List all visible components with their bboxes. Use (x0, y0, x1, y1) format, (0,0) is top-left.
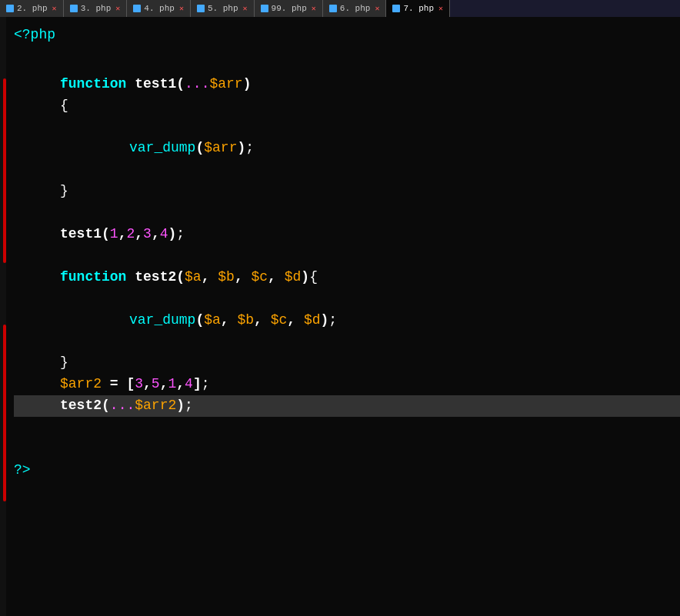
tab-2-close[interactable]: ✕ (52, 4, 57, 13)
func2-body-b: $b (237, 310, 254, 331)
call1-arg2: 2 (126, 224, 135, 245)
call1-semi: ; (176, 224, 185, 245)
func2-param-c: $c (251, 267, 268, 288)
func2-param-d: $d (285, 267, 302, 288)
func2-name: test2 (126, 267, 176, 288)
func1-params-close: ) (243, 74, 252, 95)
tab-5-label: 5. php (208, 4, 238, 13)
call1-arg4: 4 (160, 224, 168, 245)
tab-7-icon (392, 5, 400, 12)
func1-param-arr: $arr (209, 74, 242, 95)
arr2-bracket-open: [ (126, 374, 135, 395)
line-func1-blank2 (14, 159, 680, 181)
arr2-val3: 1 (168, 374, 176, 395)
tab-99-label: 99. php (272, 4, 307, 13)
tab-7-label: 7. php (403, 4, 434, 13)
tab-3-icon (70, 5, 78, 12)
gutter (0, 17, 6, 616)
func2-body-paren-close: ) (321, 310, 329, 331)
call1-comma2: , (135, 224, 143, 245)
func2-body-comma3: , (287, 310, 304, 331)
func1-open-brace: { (60, 95, 68, 117)
tab-5-icon (197, 5, 205, 12)
call1-comma1: , (118, 224, 127, 245)
call2-semi: ; (185, 395, 193, 417)
line-func2-close-brace: } (14, 352, 680, 374)
call2-paren-close: ) (176, 395, 185, 417)
line-func2-blank1 (14, 288, 680, 310)
line-blank-4 (14, 417, 680, 438)
func1-keyword: function (60, 74, 126, 95)
tab-99-icon (261, 5, 268, 12)
call1-arg1: 1 (110, 224, 118, 245)
arr2-val2: 5 (152, 374, 160, 395)
func2-body-comma2: , (254, 310, 271, 331)
tab-99-close[interactable]: ✕ (312, 4, 316, 13)
func1-close-brace: } (60, 181, 68, 202)
func2-comma1: , (202, 267, 218, 288)
line-func1-close-brace: } (14, 181, 680, 202)
line-blank-1 (14, 52, 680, 74)
call2-spread: ... (110, 395, 135, 417)
func2-body-semi: ; (328, 310, 337, 331)
tab-2-label: 2. php (17, 4, 48, 13)
func2-vardump: var_dump (129, 310, 195, 331)
line-blank-2 (14, 202, 680, 224)
func2-paren-open: ( (176, 267, 185, 288)
func2-body-d: $d (304, 310, 321, 331)
tab-99[interactable]: 99. php ✕ (255, 0, 323, 17)
func1-body-paren-close: ) (237, 138, 245, 159)
tab-3[interactable]: 3. php ✕ (64, 0, 128, 17)
line-php-close: ?> (14, 460, 680, 481)
arr2-comma2: , (160, 374, 168, 395)
editor-area: <?php function test1 ( ... $arr ) { var_… (0, 17, 680, 616)
tab-4-label: 4. php (144, 4, 175, 13)
line-func1-blank (14, 117, 680, 138)
func2-param-a: $a (185, 267, 202, 288)
tab-7-close[interactable]: ✕ (438, 4, 443, 13)
call1-paren-close: ) (168, 224, 177, 245)
line-call2: test2 ( ... $arr2 ) ; (14, 395, 680, 417)
tab-4[interactable]: 4. php ✕ (127, 0, 191, 17)
tab-2[interactable]: 2. php ✕ (0, 0, 64, 17)
tab-5[interactable]: 5. php ✕ (191, 0, 255, 17)
tab-6-close[interactable]: ✕ (375, 4, 379, 13)
line-php-open: <?php (14, 25, 680, 46)
line-blank-5 (14, 438, 680, 460)
func2-close-brace: } (60, 352, 68, 374)
arr2-val1: 3 (135, 374, 143, 395)
tab-6[interactable]: 6. php ✕ (323, 0, 387, 17)
arr2-val4: 4 (185, 374, 193, 395)
tab-7[interactable]: 7. php ✕ (386, 0, 450, 17)
tab-4-close[interactable]: ✕ (179, 4, 184, 13)
func2-param-b: $b (218, 267, 235, 288)
arr2-eq: = (102, 374, 126, 395)
func2-body-a: $a (204, 310, 221, 331)
tab-6-icon (329, 5, 337, 12)
func2-keyword: function (60, 267, 126, 288)
arr2-semi: ; (202, 374, 210, 395)
tab-4-icon (133, 5, 141, 12)
tab-6-label: 6. php (340, 4, 371, 13)
line-arr2: $arr2 = [ 3 , 5 , 1 , 4 ] ; (14, 374, 680, 395)
func2-body-comma1: , (221, 310, 238, 331)
tab-5-close[interactable]: ✕ (243, 4, 248, 13)
func1-vardump: var_dump (129, 138, 195, 159)
func1-params-open: ( (176, 74, 185, 95)
tab-bar: 2. php ✕ 3. php ✕ 4. php ✕ 5. php ✕ 99. … (0, 0, 680, 17)
code-area[interactable]: <?php function test1 ( ... $arr ) { var_… (6, 17, 680, 616)
func1-spread: ... (185, 74, 209, 95)
line-func2-def: function test2 ( $a , $b , $c , $d ) { (14, 267, 680, 288)
func1-name: test1 (126, 74, 176, 95)
line-func2-blank2 (14, 331, 680, 352)
arr2-bracket-close: ] (193, 374, 202, 395)
line-func1-open-brace: { (14, 95, 680, 117)
call2-name: test2 (60, 395, 102, 417)
call1-arg3: 3 (143, 224, 152, 245)
line-func2-body: var_dump ( $a , $b , $c , $d ) ; (14, 310, 680, 331)
func1-body-semi: ; (245, 138, 254, 159)
php-open-tag: <?php (14, 25, 55, 46)
tab-2-icon (6, 5, 14, 12)
func2-comma3: , (268, 267, 285, 288)
tab-3-close[interactable]: ✕ (115, 4, 120, 13)
